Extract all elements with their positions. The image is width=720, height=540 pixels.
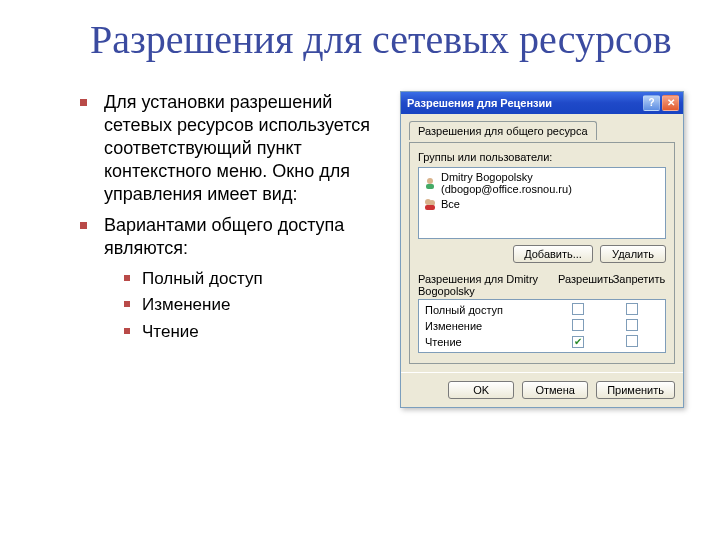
slide-title: Разрешения для сетевых ресурсов <box>90 18 680 63</box>
svg-rect-1 <box>426 184 434 189</box>
ok-button[interactable]: OK <box>448 381 514 399</box>
close-button[interactable]: ✕ <box>662 95 679 111</box>
dialog-title: Разрешения для Рецензии <box>407 97 552 109</box>
permissions-dialog: Разрешения для Рецензии ? ✕ Разрешения д… <box>400 91 684 408</box>
users-listbox[interactable]: Dmitry Bogopolsky (dbogop@office.rosnou.… <box>418 167 666 239</box>
text-column: Для установки разрешений сетевых ресурсо… <box>40 91 400 408</box>
add-button[interactable]: Добавить... <box>513 245 593 263</box>
perm-name: Полный доступ <box>425 304 551 316</box>
svg-rect-4 <box>425 205 435 210</box>
user-icon <box>423 176 437 190</box>
sub-bullet-read: Чтение <box>140 319 400 345</box>
sub-bullet-change: Изменение <box>140 292 400 318</box>
apply-button[interactable]: Применить <box>596 381 675 399</box>
group-icon <box>423 197 437 211</box>
dialog-titlebar[interactable]: Разрешения для Рецензии ? ✕ <box>401 92 683 114</box>
help-button[interactable]: ? <box>643 95 660 111</box>
bullet-2-text: Вариантами общего доступа являются: <box>104 215 344 258</box>
sub-bullet-full: Полный доступ <box>140 266 400 292</box>
allow-checkbox[interactable] <box>572 303 584 315</box>
column-allow: Разрешить <box>558 273 612 297</box>
allow-checkbox[interactable] <box>572 336 584 348</box>
deny-checkbox[interactable] <box>626 303 638 315</box>
perm-row-full: Полный доступ <box>421 302 663 318</box>
bullet-1: Для установки разрешений сетевых ресурсо… <box>98 91 400 206</box>
deny-checkbox[interactable] <box>626 319 638 331</box>
tab-share-permissions[interactable]: Разрешения для общего ресурса <box>409 121 597 140</box>
deny-checkbox[interactable] <box>626 335 638 347</box>
list-item[interactable]: Все <box>421 196 663 212</box>
list-item-label: Все <box>441 198 460 210</box>
perm-name: Изменение <box>425 320 551 332</box>
perm-name: Чтение <box>425 336 551 348</box>
permissions-list: Полный доступ Изменение Чтение <box>418 299 666 353</box>
list-item-label: Dmitry Bogopolsky (dbogop@office.rosnou.… <box>441 171 661 195</box>
svg-point-0 <box>427 178 433 184</box>
cancel-button[interactable]: Отмена <box>522 381 588 399</box>
groups-label: Группы или пользователи: <box>418 151 666 163</box>
bullet-2: Вариантами общего доступа являются: Полн… <box>98 214 400 345</box>
perm-row-read: Чтение <box>421 334 663 350</box>
permissions-for-label: Разрешения для Dmitry Bogopolsky <box>418 273 558 297</box>
list-item[interactable]: Dmitry Bogopolsky (dbogop@office.rosnou.… <box>421 170 663 196</box>
column-deny: Запретить <box>612 273 666 297</box>
perm-row-change: Изменение <box>421 318 663 334</box>
remove-button[interactable]: Удалить <box>600 245 666 263</box>
allow-checkbox[interactable] <box>572 319 584 331</box>
